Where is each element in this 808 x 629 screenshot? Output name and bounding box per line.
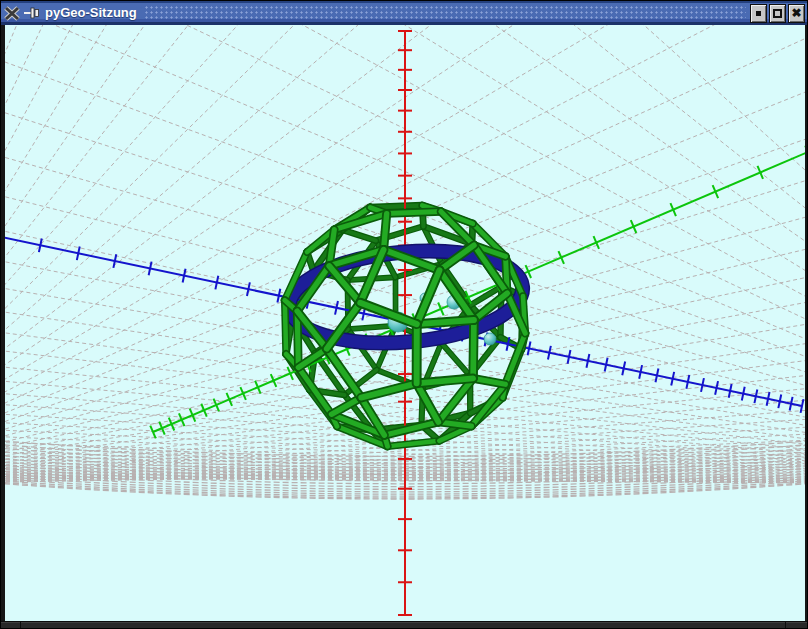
titlebar[interactable]: pyGeo-Sitzung ✖ [1,1,807,25]
titlebar-texture [143,4,746,21]
window-title: pyGeo-Sitzung [43,1,143,25]
resize-grip-left[interactable] [20,622,21,629]
maximize-icon [773,9,782,18]
viewport-3d[interactable] [5,25,805,621]
window-resize-bar[interactable] [1,621,807,629]
minimize-icon [756,11,761,16]
window-controls: ✖ [750,4,805,23]
resize-grip-right[interactable] [785,622,786,629]
scene-svg[interactable] [5,25,805,621]
maximize-button[interactable] [769,4,786,23]
close-button[interactable]: ✖ [788,4,805,23]
marble [484,333,496,345]
close-icon: ✖ [791,7,801,19]
app-window: pyGeo-Sitzung ✖ [0,0,808,629]
minimize-button[interactable] [750,4,767,23]
pushpin-icon[interactable] [23,1,41,25]
window-menu-x-icon[interactable] [1,1,23,25]
resize-bar-highlight [1,622,807,623]
